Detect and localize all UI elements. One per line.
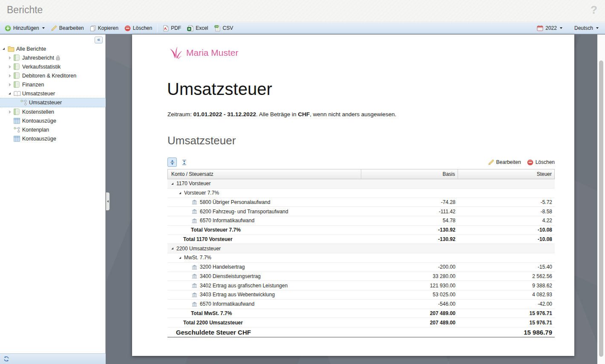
row-steuer: 4 082.93	[458, 292, 555, 298]
sidebar-item[interactable]: Finanzen	[0, 80, 106, 89]
row-basis: -200.00	[361, 264, 458, 270]
table-row[interactable]: 6570 Informatikaufwand-546.00-42.00	[167, 300, 555, 309]
edit-button[interactable]: Bearbeiten	[48, 24, 87, 32]
period-range: 01.01.2022 - 31.12.2022	[193, 111, 256, 118]
language-select-value: Deutsch	[574, 25, 593, 31]
sidebar-item[interactable]: Kostenstellen	[0, 107, 106, 116]
table-row[interactable]: Total MwSt. 7.7%207 489.0015 976.71	[167, 309, 555, 318]
language-select[interactable]: Deutsch	[571, 24, 602, 32]
sidebar-item[interactable]: Debitoren & Kreditoren	[0, 71, 106, 80]
folder-icon	[8, 46, 16, 52]
sidebar-item-label: Umsatzsteuer	[29, 100, 62, 106]
expand-all-button[interactable]	[167, 158, 177, 167]
add-button[interactable]: Hinzufügen	[2, 24, 48, 32]
expander-closed-icon[interactable]	[9, 56, 14, 60]
sidebar-item[interactable]: Umsatzsteuer	[0, 89, 106, 98]
expander-closed-icon[interactable]	[9, 74, 14, 77]
sidebar-item[interactable]: Kontenplan	[0, 125, 106, 134]
excel-button[interactable]: Excel	[184, 24, 211, 32]
report-table-body: 1170 VorsteuerVorsteuer 7.7%5800 Übriger…	[167, 179, 555, 338]
expander-closed-icon[interactable]	[9, 83, 14, 86]
table-row[interactable]: 3200 Handelsertrag-200.00-15.40	[167, 263, 555, 272]
report-delete-button[interactable]: Löschen	[527, 159, 555, 166]
sidebar-item[interactable]: Jahresbericht	[0, 53, 106, 62]
table-row[interactable]: MwSt. 7.7%	[167, 253, 555, 263]
add-button-label: Hinzufügen	[13, 25, 39, 31]
plus-icon	[5, 25, 11, 32]
sidebar-item[interactable]: Umsatzsteuer	[0, 98, 106, 107]
sidebar-collapse-button[interactable]: «	[95, 37, 103, 43]
report-edit-button[interactable]: Bearbeiten	[488, 159, 521, 166]
expander-open-icon[interactable]	[171, 247, 173, 249]
help-icon[interactable]: ?	[591, 3, 597, 17]
delete-button-label: Löschen	[133, 25, 152, 31]
column-header-basis[interactable]: Basis	[361, 169, 458, 179]
sidebar-item-label: Umsatzsteuer	[22, 91, 55, 97]
sidebar-item[interactable]: Kontoauszüge	[0, 116, 106, 125]
sidebar-item[interactable]: Alle Berichte	[0, 44, 106, 53]
report-delete-label: Löschen	[536, 159, 555, 165]
row-basis: 207 489.00	[361, 320, 458, 326]
pencil-icon	[488, 159, 494, 166]
table-row[interactable]: Total 2200 Umsatzsteuer207 489.0015 976.…	[167, 318, 555, 327]
bank-icon	[192, 209, 197, 214]
expander-open-icon[interactable]	[3, 48, 8, 50]
table-row[interactable]: 3402 Ertrag aus grafischen Leistungen121…	[167, 281, 555, 290]
minus-icon	[124, 25, 131, 32]
csv-button[interactable]: CSV CSV	[211, 24, 236, 32]
expand-all-icon	[170, 160, 175, 165]
report-icon	[14, 63, 22, 70]
scrollbar-thumb[interactable]	[599, 60, 603, 357]
sidebar-item[interactable]: Kontoauszüge	[0, 134, 106, 143]
table-row[interactable]: 3403 Ertrag aus Webentwicklung53 025.004…	[167, 290, 555, 300]
table-row[interactable]: Total Vorsteuer 7.7%-130.92-10.08	[167, 226, 555, 235]
expander-open-icon[interactable]	[9, 92, 14, 95]
copy-button-label: Kopieren	[98, 25, 118, 31]
report-toolbar: Bearbeiten Löschen	[167, 157, 555, 168]
expander-open-icon[interactable]	[171, 183, 173, 185]
table-row[interactable]: 5800 Übriger Personalaufwand-74.28-5.72	[167, 198, 555, 207]
bank-icon	[192, 199, 197, 205]
copy-button[interactable]: Kopieren	[87, 24, 121, 32]
sidebar-item[interactable]: Verkaufsstatistik	[0, 62, 106, 71]
pdf-button-label: PDF	[171, 25, 181, 31]
table-row[interactable]: Geschuldete Steuer CHF15 986.79	[167, 327, 555, 338]
refresh-icon[interactable]	[3, 356, 9, 362]
vertical-scrollbar[interactable]	[597, 34, 605, 364]
row-label: Total Vorsteuer 7.7%	[191, 227, 241, 233]
row-label: 5800 Übriger Personalaufwand	[200, 199, 270, 205]
row-basis: 33 280.00	[361, 273, 458, 279]
row-steuer: 2 562.56	[458, 273, 555, 279]
sidebar-resize-handle[interactable]	[106, 192, 109, 210]
column-header-steuer[interactable]: Steuer	[458, 169, 554, 179]
expander-open-icon[interactable]	[179, 257, 181, 259]
row-steuer: 15 976.71	[458, 320, 555, 326]
table-row[interactable]: 1170 Vorsteuer	[167, 179, 555, 189]
collapse-all-button[interactable]	[179, 158, 189, 167]
expander-open-icon[interactable]	[179, 192, 181, 194]
row-label: MwSt. 7.7%	[184, 255, 211, 261]
table-row[interactable]: 6570 Informatikaufwand54.784.22	[167, 216, 555, 226]
table-row[interactable]: Total 1170 Vorsteuer-130.92-10.08	[167, 235, 555, 244]
report-period: Zeitraum: 01.01.2022 - 31.12.2022. Alle …	[167, 111, 396, 118]
sidebar-item-label: Kontenplan	[22, 127, 49, 133]
table-row[interactable]: 6200 Fahrzeug- und Transportaufwand-111.…	[167, 207, 555, 216]
expander-closed-icon[interactable]	[9, 110, 14, 114]
page-title: Berichte	[7, 4, 43, 16]
sidebar: « Alle BerichteJahresberichtVerkaufsstat…	[0, 34, 106, 353]
year-select[interactable]: 2022	[534, 24, 565, 32]
column-header-konto[interactable]: Konto / Steuersatz	[168, 169, 361, 179]
row-steuer: -42.00	[458, 301, 555, 307]
minus-icon	[527, 159, 533, 166]
pdf-button[interactable]: PDF	[160, 24, 184, 32]
table-row[interactable]: Vorsteuer 7.7%	[167, 189, 555, 198]
delete-button[interactable]: Löschen	[121, 24, 155, 32]
row-steuer: 15 986.79	[458, 329, 555, 336]
row-basis: 207 489.00	[361, 310, 458, 316]
section-title: Umsatzsteuer	[167, 134, 236, 147]
expander-closed-icon[interactable]	[9, 65, 14, 69]
period-suffix: , wenn nicht anders ausgewiesen.	[310, 111, 396, 118]
sidebar-item-label: Kostenstellen	[22, 109, 54, 115]
table-row[interactable]: 2200 Umsatzsteuer	[167, 244, 555, 253]
table-row[interactable]: 3400 Dienstleistungsertrag33 280.002 562…	[167, 272, 555, 281]
